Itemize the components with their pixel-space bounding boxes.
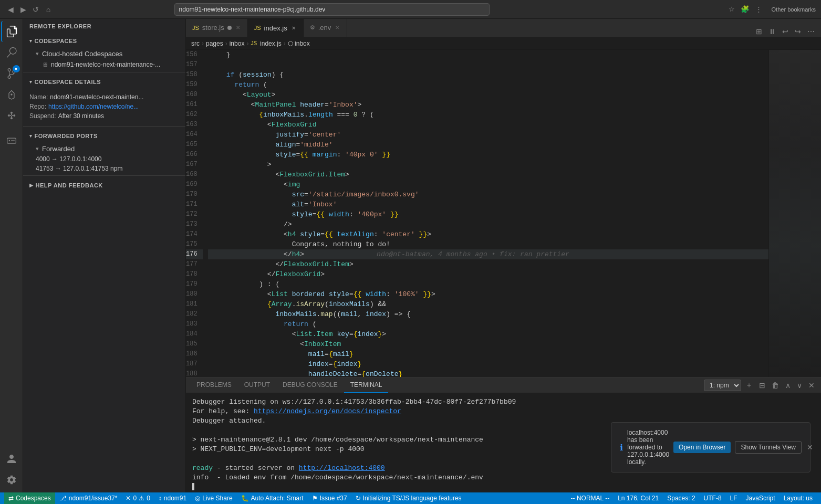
codespaces-chevron: ▾ xyxy=(29,38,33,44)
auto-attach-item[interactable]: 🐛 Auto Attach: Smart xyxy=(237,492,308,504)
new-terminal-btn[interactable]: ＋ xyxy=(743,380,755,391)
extensions-sidebar-icon[interactable] xyxy=(1,105,22,126)
issue-item[interactable]: ⚑ Issue #37 xyxy=(308,492,351,504)
code-editor[interactable]: 156 157 158 159 160 161 162 163 164 165 … xyxy=(186,50,768,377)
code-line-182: inboxMails.map((mail, index) => { xyxy=(208,309,768,319)
port-2-item[interactable]: 41753 → 127.0.0.1:41753 npm xyxy=(23,164,185,173)
forward-button[interactable]: ▶ xyxy=(18,4,28,15)
tab-index-js[interactable]: JS index.js ✕ xyxy=(248,19,304,37)
sync-status-item[interactable]: ↕ ndom91 xyxy=(154,492,191,504)
breadcrumb-inbox-symbol[interactable]: ⬡ inbox xyxy=(288,40,310,47)
vim-mode-label: -- NORMAL -- xyxy=(571,495,610,502)
accounts-icon[interactable] xyxy=(1,448,22,469)
tab-bar-actions: ⊞ ⏸ ↩ ↪ ⋯ xyxy=(750,26,821,37)
open-in-browser-btn[interactable]: Open in Browser xyxy=(673,442,731,453)
tab-output[interactable]: OUTPUT xyxy=(238,377,276,393)
branch-status-item[interactable]: ⎇ ndom91/issue37* xyxy=(55,492,122,504)
go-back-btn[interactable]: ↩ xyxy=(780,26,791,37)
go-forward-btn[interactable]: ↪ xyxy=(793,26,803,37)
terminal-instance-select[interactable]: 1: npm xyxy=(704,380,741,391)
code-line-188: handleDelete={onDelete} xyxy=(208,369,768,377)
code-line-187: index={index} xyxy=(208,359,768,369)
forwarded-ports-header[interactable]: ▾ FORWARDED PORTS xyxy=(23,129,185,143)
tab-debug-console[interactable]: DEBUG CONSOLE xyxy=(276,377,344,393)
back-button[interactable]: ◀ xyxy=(5,4,16,15)
tab-store-close[interactable]: ✕ xyxy=(235,24,241,32)
tab-terminal[interactable]: TERMINAL xyxy=(344,377,389,393)
detail-repo-value: https://github.com/newtelco/ne... xyxy=(48,103,139,110)
help-feedback-header[interactable]: ▶ HELP AND FEEDBACK xyxy=(23,178,185,193)
remote-explorer-header[interactable]: REMOTE EXPLORER xyxy=(23,19,185,34)
forwarded-label: Forwarded xyxy=(42,145,75,153)
panel-up-btn[interactable]: ∧ xyxy=(783,380,793,391)
more-actions-btn[interactable]: ⋯ xyxy=(805,26,817,37)
toggle-panel-btn[interactable]: ⏸ xyxy=(766,26,778,37)
code-content[interactable]: } if (session) { return ( <Layout> <Main… xyxy=(203,50,768,377)
panel-actions: 1: npm ＋ ⊟ 🗑 ∧ ∨ ✕ xyxy=(704,380,817,391)
codespaces-status-item[interactable]: ⇄ Codespaces xyxy=(4,492,55,504)
code-line-164: justify='center' xyxy=(208,130,768,140)
tab-problems[interactable]: PROBLEMS xyxy=(190,377,238,393)
editor-group: JS store.js ✕ JS index.js ✕ ⚙ .env ✕ xyxy=(186,19,821,377)
tab-index-close[interactable]: ✕ xyxy=(290,24,297,32)
port-1-item[interactable]: 4000 → 127.0.0.1:4000 xyxy=(23,154,185,164)
notification-close-btn[interactable]: ✕ xyxy=(806,442,814,453)
codespaces-section-header[interactable]: ▾ CODESPACES xyxy=(23,34,185,48)
code-line-181: {Array.isArray(inboxMails) && xyxy=(208,299,768,309)
reload-button[interactable]: ↺ xyxy=(30,4,41,15)
split-editor-btn[interactable]: ⊞ xyxy=(754,26,764,37)
breadcrumb-inbox[interactable]: inbox xyxy=(230,40,245,47)
live-share-item[interactable]: ◎ Live Share xyxy=(191,492,236,504)
settings-icon[interactable] xyxy=(1,469,22,490)
ln-col-item[interactable]: Ln 176, Col 21 xyxy=(614,495,663,502)
menu-button[interactable]: ⋮ xyxy=(754,4,764,15)
status-bar: ⇄ Codespaces ⎇ ndom91/issue37* ✕ 0 ⚠ 0 ↕… xyxy=(0,492,821,504)
run-debug-icon[interactable] xyxy=(1,84,22,105)
search-icon[interactable] xyxy=(1,42,22,63)
panel-down-btn[interactable]: ∨ xyxy=(795,380,804,391)
breadcrumb-indexjs[interactable]: index.js xyxy=(260,40,282,47)
spaces-item[interactable]: Spaces: 2 xyxy=(663,495,699,502)
errors-status-item[interactable]: ✕ 0 ⚠ 0 xyxy=(121,492,154,504)
panel-close-btn[interactable]: ✕ xyxy=(806,380,817,391)
codespace-details-header[interactable]: ▾ CODESPACE DETAILS xyxy=(23,75,185,89)
forwarded-group[interactable]: ▾ Forwarded xyxy=(23,143,185,154)
codespace-instance-item[interactable]: 🖥 ndom91-newtelco-next-maintenance-... xyxy=(23,59,185,70)
tab-store-js[interactable]: JS store.js ✕ xyxy=(186,19,248,37)
code-line-156: } xyxy=(208,50,768,60)
encoding-item[interactable]: UTF-8 xyxy=(700,495,726,502)
warning-icon: ⚠ xyxy=(139,495,144,502)
live-share-label: Live Share xyxy=(202,495,232,502)
explorer-icon[interactable] xyxy=(1,21,22,42)
sep-2: › xyxy=(225,40,227,47)
home-button[interactable]: ⌂ xyxy=(43,4,54,15)
tab-env[interactable]: ⚙ .env ✕ xyxy=(304,19,348,37)
breadcrumb-pages[interactable]: pages xyxy=(206,40,223,47)
language-label: JavaScript xyxy=(746,495,775,502)
cloud-hosted-item[interactable]: ▾ Cloud-hosted Codespaces xyxy=(23,48,185,59)
address-bar[interactable]: ndom91-newtelco-next-maintenance-p9cj.gi… xyxy=(174,3,490,16)
ln-182: 182 xyxy=(186,309,203,319)
spaces-label: Spaces: 2 xyxy=(667,495,695,502)
inspector-link[interactable]: https://nodejs.org/en/docs/inspector xyxy=(254,407,401,415)
show-tunnels-btn[interactable]: Show Tunnels View xyxy=(735,441,802,454)
split-terminal-btn[interactable]: ⊟ xyxy=(757,380,767,391)
divider-2 xyxy=(23,126,185,127)
language-item[interactable]: JavaScript xyxy=(742,495,780,502)
source-control-icon[interactable]: ● xyxy=(1,63,22,84)
remote-explorer-sidebar-icon[interactable] xyxy=(1,130,22,151)
kill-terminal-btn[interactable]: 🗑 xyxy=(770,380,781,391)
code-line-169: <img xyxy=(208,180,768,190)
localhost-link[interactable]: http://localhost:4000 xyxy=(299,464,385,472)
ln-170: 170 xyxy=(186,190,203,200)
extensions-icon[interactable]: 🧩 xyxy=(740,4,751,15)
bookmark-star-icon[interactable]: ☆ xyxy=(726,4,737,15)
layout-item[interactable]: Layout: us xyxy=(780,495,817,502)
ln-164: 164 xyxy=(186,130,203,140)
minimap xyxy=(768,50,821,377)
eol-item[interactable]: LF xyxy=(726,495,742,502)
tab-env-close[interactable]: ✕ xyxy=(334,24,340,32)
breadcrumb-src[interactable]: src xyxy=(191,40,200,47)
vim-mode-item[interactable]: -- NORMAL -- xyxy=(567,495,614,502)
js-status-item[interactable]: ↻ Initializing TS/JS language features xyxy=(351,492,466,504)
